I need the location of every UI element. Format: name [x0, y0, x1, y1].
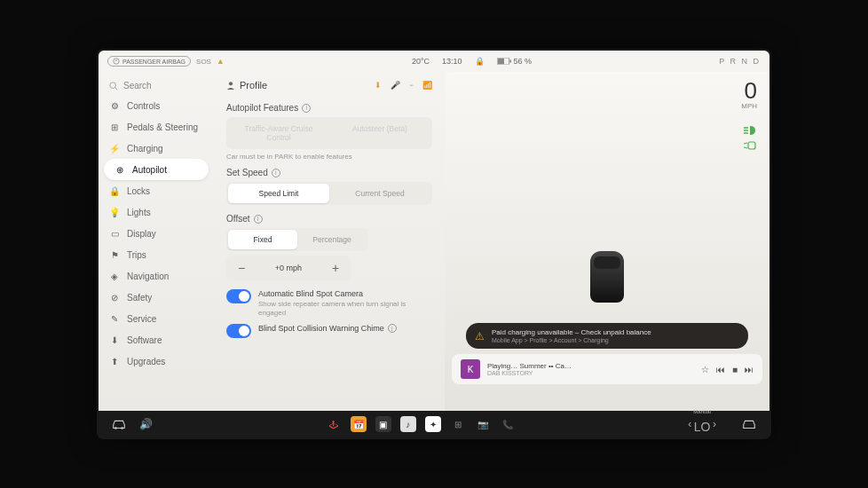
sidebar-item-display[interactable]: ▭Display [99, 223, 214, 244]
speedometer-value: 0 [741, 79, 757, 102]
autosteer-option: Autosteer (Beta) [329, 119, 430, 147]
speed-limit-option[interactable]: Speed Limit [228, 184, 329, 203]
sidebar-item-charging[interactable]: ⚡Charging [99, 138, 214, 159]
info-icon[interactable]: i [302, 104, 311, 113]
media-player[interactable]: K Playing… Summer •• Ca… DAB KISSTORY ☆ … [452, 354, 762, 384]
software-icon: ⬇ [109, 335, 120, 345]
sos-button[interactable]: SOS [196, 58, 211, 66]
sidebar-item-navigation[interactable]: ◈Navigation [99, 265, 214, 287]
tacc-option: Traffic-Aware Cruise Control [228, 119, 329, 147]
album-art: K [461, 359, 480, 379]
pedals-icon: ⊞ [109, 122, 120, 132]
info-icon[interactable]: i [254, 215, 263, 224]
svg-rect-11 [748, 142, 755, 149]
favorite-button[interactable]: ☆ [701, 365, 709, 374]
app-calendar[interactable]: 📅 [351, 416, 367, 432]
app-arcade[interactable]: 🕹 [326, 416, 342, 432]
sidebar-item-locks[interactable]: 🔒Locks [99, 180, 214, 201]
vehicle-visualization [585, 251, 629, 313]
sidebar-item-lights[interactable]: 💡Lights [99, 201, 214, 223]
svg-point-14 [114, 427, 117, 429]
display-icon: ▭ [109, 228, 120, 239]
offset-value: +0 mph [255, 264, 322, 272]
offset-selector[interactable]: Fixed Percentage [226, 228, 368, 251]
bluetooth-icon[interactable]: ⌁ [409, 81, 414, 90]
offset-plus-button[interactable]: + [322, 257, 349, 279]
sidebar-item-service[interactable]: ✎Service [99, 308, 214, 329]
set-speed-selector[interactable]: Speed Limit Current Speed [226, 182, 432, 205]
svg-rect-3 [497, 59, 503, 64]
sidebar-item-software[interactable]: ⬇Software [99, 329, 214, 350]
current-speed-option[interactable]: Current Speed [329, 184, 430, 203]
info-icon[interactable]: i [272, 169, 280, 177]
trips-icon: ⚑ [109, 249, 120, 260]
offset-title: Offset i [226, 214, 432, 224]
lights-icon: 💡 [109, 207, 120, 217]
offset-minus-button[interactable]: − [228, 257, 255, 279]
sidebar-item-controls[interactable]: ⚙Controls [99, 95, 214, 116]
charging-warning[interactable]: ⚠ Paid charging unavailable – Check unpa… [466, 323, 748, 349]
park-note: Car must be in PARK to enable features [226, 153, 432, 161]
app-all[interactable]: ⊞ [450, 416, 466, 432]
toggle-label: Blind Spot Collision Warning Chime [258, 324, 384, 333]
autopilot-icon: ⊕ [114, 164, 125, 175]
app-toybox[interactable]: ✦ [425, 416, 441, 432]
lock-icon[interactable]: 🔒 [475, 57, 485, 66]
sidebar-item-pedals[interactable]: ⊞Pedals & Steering [99, 116, 214, 138]
sidebar-item-safety[interactable]: ⊘Safety [99, 287, 214, 308]
app-music[interactable]: ♪ [400, 416, 416, 432]
blind-spot-camera-toggle[interactable] [226, 289, 251, 303]
download-icon[interactable]: ⬇ [375, 81, 382, 90]
offset-percentage-option[interactable]: Percentage [297, 230, 367, 249]
profile-button[interactable]: Profile [226, 80, 267, 91]
outside-temp: 20°C [412, 57, 430, 66]
svg-rect-4 [509, 59, 511, 62]
toggle-label: Automatic Blind Spot Camera [258, 289, 432, 298]
sidebar-item-trips[interactable]: ⚑Trips [99, 244, 214, 265]
service-icon: ✎ [109, 313, 120, 324]
defrost-icon[interactable] [741, 418, 757, 430]
safety-icon: ⊘ [109, 292, 120, 303]
autopilot-mode-selector: Traffic-Aware Cruise Control Autosteer (… [226, 117, 432, 149]
gear-indicator: P R N D [719, 57, 761, 66]
climate-control[interactable]: ‹ Manual LO › [688, 414, 716, 434]
airbag-indicator: PASSENGER AIRBAG [107, 56, 191, 67]
signal-icon: 📶 [422, 81, 432, 90]
info-icon[interactable]: i [388, 324, 397, 333]
svg-point-5 [110, 82, 116, 88]
svg-point-1 [115, 59, 117, 61]
set-speed-title: Set Speed i [226, 168, 432, 177]
battery-status: 56 % [497, 57, 533, 66]
headlight-indicator [743, 125, 757, 136]
sidebar-item-upgrades[interactable]: ⬆Upgrades [99, 350, 214, 372]
blind-spot-chime-toggle[interactable] [226, 324, 251, 338]
clock: 13:10 [442, 57, 462, 66]
toggle-description: Show side repeater camera when turn sign… [258, 300, 432, 317]
dashcam-icon[interactable]: 📷 [475, 416, 491, 432]
sidebar-item-autopilot[interactable]: ⊕Autopilot [104, 159, 209, 180]
mic-icon[interactable]: 🎤 [391, 81, 400, 90]
locks-icon: 🔒 [109, 185, 120, 196]
search-input[interactable]: Search [99, 76, 214, 95]
svg-line-13 [744, 147, 747, 148]
charging-icon: ⚡ [109, 143, 120, 153]
next-track-button[interactable]: ⏭ [745, 365, 754, 374]
phone-icon[interactable]: 📞 [500, 416, 516, 432]
app-theater[interactable]: ▣ [375, 416, 391, 432]
offset-fixed-option[interactable]: Fixed [228, 230, 297, 249]
offset-stepper[interactable]: − +0 mph + [226, 256, 351, 280]
svg-line-6 [115, 87, 118, 90]
prev-track-button[interactable]: ⏮ [716, 365, 725, 374]
svg-point-15 [121, 427, 123, 429]
car-icon[interactable] [111, 418, 127, 430]
foglight-indicator [743, 141, 757, 150]
svg-line-12 [744, 143, 747, 144]
upgrades-icon: ⬆ [109, 356, 120, 366]
warning-icon: ⚠ [475, 330, 485, 342]
notification-icon[interactable]: ▲ [217, 57, 225, 66]
station-name: DAB KISSTORY [487, 370, 694, 376]
volume-icon[interactable]: 🔊 [139, 418, 153, 430]
speedometer-unit: MPH [741, 102, 757, 110]
stop-button[interactable]: ■ [732, 365, 738, 374]
navigation-icon: ◈ [109, 271, 120, 281]
